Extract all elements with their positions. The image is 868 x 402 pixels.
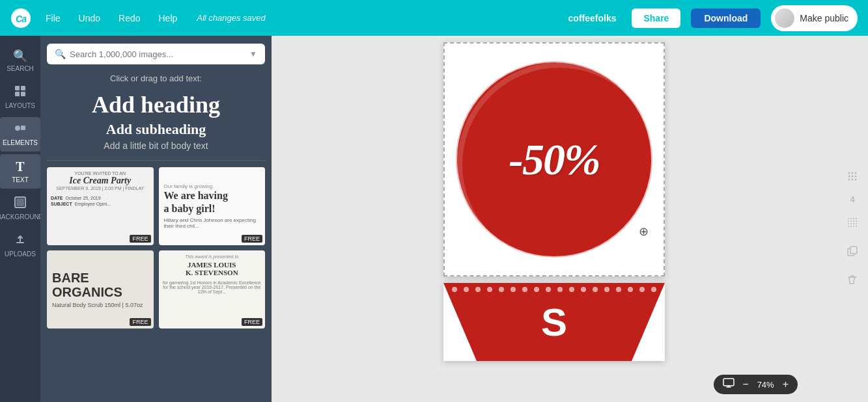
banner-dot — [663, 287, 668, 292]
template-bare-product: Natural Body Scrub 150ml | 5.07oz — [52, 302, 148, 308]
add-heading-button[interactable]: Add heading — [47, 91, 265, 118]
menu-file[interactable]: File — [42, 10, 64, 26]
template-award-presented: This award is presented to — [163, 254, 262, 259]
banner-dot — [557, 287, 563, 292]
svg-point-17 — [848, 179, 850, 181]
right-sidebar: 4 — [837, 36, 868, 402]
share-button[interactable]: Share — [632, 8, 680, 28]
delete-icon[interactable] — [842, 269, 863, 290]
svg-rect-2 — [15, 86, 20, 90]
svg-point-23 — [856, 218, 857, 219]
red-circle-element[interactable]: -50% — [460, 65, 649, 254]
banner-dot — [522, 287, 527, 292]
template-bare-organics[interactable]: BARE ORGANICS Natural Body Scrub 150ml |… — [47, 250, 154, 328]
template-date-value: October 25, 2019 — [66, 196, 101, 200]
svg-point-34 — [853, 226, 854, 227]
banner-dot — [534, 287, 539, 292]
svg-rect-5 — [21, 92, 25, 96]
text-icon: T — [16, 159, 24, 174]
canvas-page-1[interactable]: -50% ⊕ — [443, 42, 665, 276]
sidebar-item-layouts[interactable]: LAYOUTS — [0, 80, 40, 114]
canvas-page-2[interactable]: S — [443, 283, 665, 361]
template-subject-label: SUBJECT — [51, 202, 72, 206]
search-bar[interactable]: 🔍 ▼ — [47, 44, 265, 64]
svg-rect-3 — [21, 86, 25, 90]
zoom-out-button[interactable]: − — [740, 379, 751, 390]
banner-letter: S — [541, 300, 567, 345]
drag-hint-text: Click or drag to add text: — [47, 74, 265, 83]
add-subheading-button[interactable]: Add subheading — [47, 121, 265, 138]
grid-dots-icon[interactable] — [842, 166, 863, 187]
menu-help[interactable]: Help — [155, 10, 182, 26]
template-award[interactable]: This award is presented to JAMES LOUISK.… — [159, 250, 266, 328]
sidebar-item-search[interactable]: 🔍 SEARCH — [0, 44, 40, 77]
search-icon-panel: 🔍 — [55, 49, 66, 59]
banner-dot — [639, 287, 645, 292]
svg-rect-37 — [850, 247, 857, 254]
banner-dot — [440, 287, 445, 292]
template-party-title: Ice Cream Party — [51, 176, 150, 186]
make-public-button[interactable]: Make public — [771, 5, 858, 31]
template-award-free-badge: FREE — [242, 318, 262, 326]
template-invited-text: YOU'RE INVITED TO AN — [51, 171, 150, 176]
dotted-grid-icon[interactable] — [842, 212, 863, 233]
svg-point-28 — [848, 223, 849, 224]
svg-point-26 — [853, 221, 854, 222]
template-subject-value: Employee Opini... — [75, 202, 111, 206]
topbar: Ca File Undo Redo Help All changes saved… — [0, 0, 868, 36]
username: coffeefolks — [568, 13, 617, 23]
banner-dot — [604, 287, 609, 292]
left-panel: 🔍 ▼ Click or drag to add text: Add headi… — [40, 36, 272, 402]
svg-rect-7 — [21, 126, 25, 130]
layer-number: 4 — [850, 194, 854, 204]
template-baby-free-badge: FREE — [242, 235, 262, 243]
svg-point-15 — [852, 176, 854, 178]
zoom-in-button[interactable]: + — [780, 379, 791, 390]
banner-dot — [464, 287, 469, 292]
svg-point-13 — [855, 172, 857, 174]
svg-point-29 — [850, 223, 852, 224]
banner-dot — [593, 287, 598, 292]
chevron-down-icon: ▼ — [249, 49, 257, 59]
template-ice-cream[interactable]: YOU'RE INVITED TO AN Ice Cream Party SEP… — [47, 167, 154, 245]
svg-point-27 — [856, 221, 857, 222]
add-body-button[interactable]: Add a little bit of body text — [47, 141, 265, 151]
red-circle-container: -50% — [443, 42, 665, 276]
divider — [47, 160, 265, 161]
svg-point-18 — [852, 179, 854, 181]
template-baby[interactable]: Our family is growing. We are having a b… — [159, 167, 266, 245]
saved-status: All changes saved — [197, 13, 557, 23]
sidebar-item-background[interactable]: BACKGROUND — [0, 191, 40, 226]
zoom-controls: − 74% + — [714, 375, 798, 394]
banner-dot — [651, 287, 656, 292]
menu-undo[interactable]: Undo — [75, 10, 104, 26]
uploads-icon — [14, 234, 26, 248]
icon-sidebar: 🔍 SEARCH LAYOUTS ELEMENTS — [0, 36, 40, 402]
banner-dot — [628, 287, 633, 292]
layouts-icon — [14, 85, 26, 100]
banner-dot — [546, 287, 551, 292]
svg-point-6 — [15, 126, 20, 131]
banner-dot — [581, 287, 586, 292]
download-button[interactable]: Download — [691, 8, 761, 28]
canvas-area[interactable]: -50% ⊕ — [272, 36, 837, 402]
present-icon[interactable] — [720, 378, 737, 391]
banner-dot — [475, 287, 481, 292]
menu-redo[interactable]: Redo — [115, 10, 144, 26]
banner-dot — [616, 287, 621, 292]
banner-dot — [487, 287, 492, 292]
sidebar-item-elements[interactable]: ELEMENTS — [0, 117, 40, 152]
svg-rect-10 — [723, 379, 734, 386]
sidebar-item-uploads[interactable]: UPLOADS — [0, 228, 40, 263]
svg-point-33 — [850, 226, 852, 227]
template-baby-heading: We are having a baby girl! — [164, 189, 260, 214]
duplicate-icon[interactable] — [842, 241, 863, 261]
canva-logo[interactable]: Ca — [10, 8, 31, 29]
search-input[interactable] — [70, 49, 245, 59]
sidebar-item-text[interactable]: T TEXT — [0, 154, 40, 189]
banner-dots-top — [440, 287, 668, 292]
search-icon: 🔍 — [13, 49, 27, 63]
template-bare-brand: BARE ORGANICS — [52, 271, 148, 299]
banner-element[interactable]: S — [443, 283, 665, 361]
svg-point-19 — [855, 179, 857, 181]
